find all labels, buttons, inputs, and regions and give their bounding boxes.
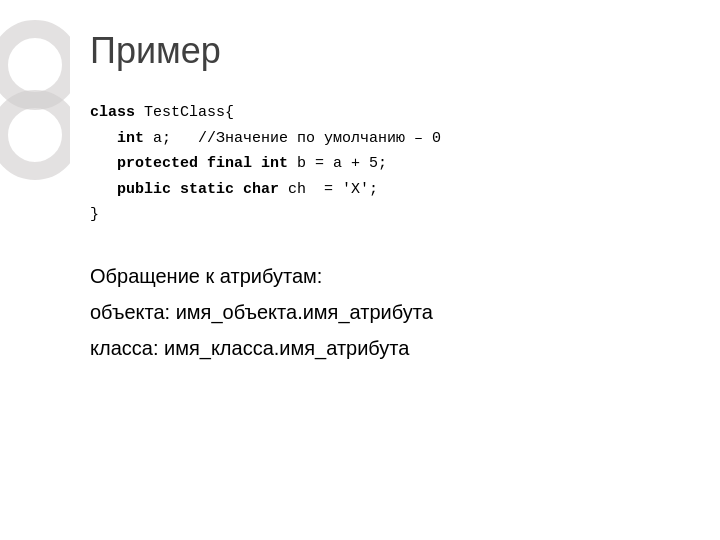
keyword-public: public <box>117 181 171 198</box>
description-heading: Обращение к атрибутам: <box>90 260 680 292</box>
code-line-1: class TestClass{ <box>90 100 680 126</box>
description-block: Обращение к атрибутам: объекта: имя_объе… <box>90 260 680 364</box>
code-line-2: int a; //Значение по умолчанию – 0 <box>90 126 680 152</box>
code-block: class TestClass{ int a; //Значение по ум… <box>90 100 680 228</box>
keyword-int-2: int <box>261 155 288 172</box>
keyword-final: final <box>207 155 252 172</box>
keyword-static: static <box>180 181 234 198</box>
keyword-char: char <box>243 181 279 198</box>
main-content: Пример class TestClass{ int a; //Значени… <box>70 0 720 540</box>
description-object-access: объекта: имя_объекта.имя_атрибута <box>90 296 680 328</box>
code-comment: //Значение по умолчанию – 0 <box>198 130 441 147</box>
description-class-access: класса: имя_класса.имя_атрибута <box>90 332 680 364</box>
code-line-3: protected final int b = a + 5; <box>90 151 680 177</box>
code-line-5: } <box>90 202 680 228</box>
keyword-class: class <box>90 104 135 121</box>
keyword-int-1: int <box>117 130 144 147</box>
decoration-circle-bottom <box>0 90 70 180</box>
code-line-4: public static char ch = 'X'; <box>90 177 680 203</box>
left-decoration <box>0 0 70 540</box>
keyword-protected: protected <box>117 155 198 172</box>
slide-title: Пример <box>90 30 680 72</box>
